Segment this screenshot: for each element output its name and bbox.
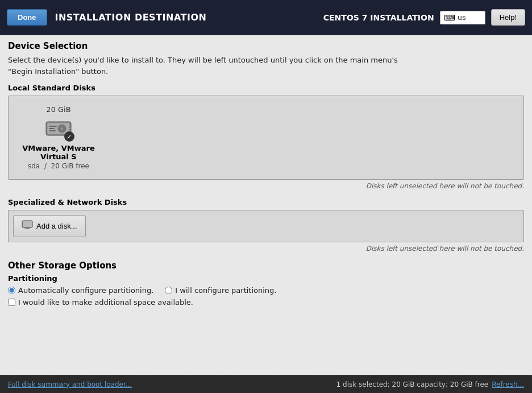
add-disk-box: Add a disk... — [8, 210, 524, 242]
refresh-link[interactable]: Refresh... — [492, 380, 524, 388]
manual-partition-option[interactable]: I will configure partitioning. — [165, 286, 276, 295]
specialized-disks-label: Specialized & Network Disks — [8, 198, 524, 206]
footer: Full disk summary and boot loader... 1 d… — [0, 375, 532, 393]
other-storage-title: Other Storage Options — [8, 260, 524, 271]
local-disks-label: Local Standard Disks — [8, 84, 524, 92]
done-button[interactable]: Done — [7, 9, 47, 26]
disk-item[interactable]: 20 GiB — [13, 101, 104, 175]
keyboard-icon: ⌨ — [444, 13, 455, 22]
svg-rect-5 — [49, 128, 55, 129]
partitioning-radio-row: Automatically configure partitioning. I … — [8, 286, 524, 295]
disk-selected-check: ✓ — [64, 131, 74, 142]
add-disk-label: Add a disk... — [36, 222, 77, 230]
centos-label: CENTOS 7 INSTALLATION — [323, 13, 434, 22]
svg-rect-9 — [69, 129, 71, 130]
svg-rect-8 — [69, 127, 71, 128]
auto-partition-option[interactable]: Automatically configure partitioning. — [8, 286, 153, 295]
additional-space-row: I would like to make additional space av… — [8, 298, 524, 307]
header-left: Done INSTALLATION DESTINATION — [7, 9, 206, 26]
full-disk-link[interactable]: Full disk summary and boot loader... — [8, 380, 132, 388]
additional-space-checkbox[interactable] — [8, 299, 15, 306]
svg-rect-13 — [24, 229, 30, 230]
add-disk-button[interactable]: Add a disk... — [13, 215, 86, 237]
header-right: CENTOS 7 INSTALLATION ⌨ us Help! — [323, 9, 525, 26]
auto-partition-label: Automatically configure partitioning. — [18, 286, 153, 295]
keyboard-input[interactable]: ⌨ us — [440, 11, 485, 24]
svg-point-3 — [61, 127, 64, 130]
page-title: INSTALLATION DESTINATION — [55, 12, 207, 23]
svg-rect-7 — [69, 125, 71, 126]
add-disk-icon — [22, 220, 33, 232]
local-disk-grid: 20 GiB — [8, 96, 524, 180]
disk-icon-wrapper: ✓ — [45, 117, 72, 140]
svg-rect-4 — [49, 126, 57, 127]
additional-space-label: I would like to make additional space av… — [18, 298, 193, 307]
disk-details: sda / 20 GiB free — [20, 162, 97, 170]
manual-partition-label: I will configure partitioning. — [175, 286, 276, 295]
description: Select the device(s) you'd like to insta… — [8, 55, 524, 77]
local-disk-hint: Disks left unselected here will not be t… — [8, 182, 524, 190]
monitor-icon — [22, 220, 33, 229]
keyboard-lang: us — [458, 13, 466, 22]
manual-partition-radio[interactable] — [165, 287, 172, 294]
specialized-disk-hint: Disks left unselected here will not be t… — [8, 245, 524, 253]
disk-name: VMware, VMware Virtual S — [20, 144, 97, 161]
svg-rect-6 — [49, 130, 56, 131]
help-button[interactable]: Help! — [491, 9, 525, 26]
main-content: Device Selection Select the device(s) yo… — [0, 35, 532, 375]
svg-rect-11 — [23, 221, 32, 227]
footer-right: 1 disk selected; 20 GiB capacity; 20 GiB… — [336, 380, 524, 388]
footer-status: 1 disk selected; 20 GiB capacity; 20 GiB… — [336, 380, 489, 388]
partitioning-label: Partitioning — [8, 274, 524, 283]
header: Done INSTALLATION DESTINATION CENTOS 7 I… — [0, 0, 532, 35]
auto-partition-radio[interactable] — [8, 287, 15, 294]
device-selection-title: Device Selection — [8, 41, 524, 51]
disk-size: 20 GiB — [20, 105, 97, 114]
